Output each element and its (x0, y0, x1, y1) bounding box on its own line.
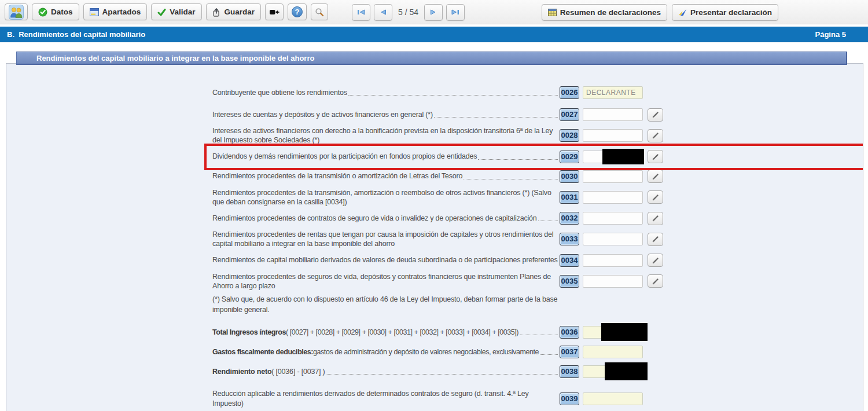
apartados-label: Apartados (102, 8, 141, 16)
pencil-icon (652, 235, 660, 243)
section-title: Rendimientos del capital mobiliario a in… (36, 54, 314, 63)
field-0026 (583, 86, 643, 99)
row-label: Rendimientos procedentes de la transmisi… (212, 189, 551, 206)
field-0032[interactable] (583, 212, 643, 225)
capital-mobiliario-form: Contribuyente que obtiene los rendimient… (6, 64, 863, 408)
row-label: Contribuyente que obtiene los rendimient… (212, 88, 347, 97)
form-row-0029: Dividendos y demás rendimientos por la p… (212, 149, 863, 165)
page-title: B. Rendimientos del capital mobiliario (7, 30, 145, 39)
check-icon (157, 8, 166, 16)
form-row-0039: Reducción aplicable a rendimientos deriv… (212, 389, 863, 408)
box-code-0039: 0039 (560, 392, 579, 405)
form-row-0035: Rendimientos procedentes de seguros de v… (212, 272, 863, 291)
edit-button-0028[interactable] (648, 129, 663, 142)
edit-button-0035[interactable] (648, 274, 663, 288)
pencil-icon (652, 193, 660, 201)
edit-button-0029[interactable] (648, 150, 663, 163)
pencil-icon (652, 111, 660, 119)
people-icon (9, 5, 24, 20)
edit-button-0030[interactable] (648, 170, 663, 183)
help-icon: ? (292, 6, 303, 17)
pencil-icon (652, 277, 660, 285)
first-page-button[interactable] (352, 4, 370, 21)
form-row-0036: Total Ingresos íntegros( [0027] + [0028]… (212, 324, 863, 340)
last-page-button[interactable] (446, 4, 465, 21)
search-button[interactable] (311, 3, 328, 20)
guardar-button[interactable]: Guardar (206, 3, 262, 20)
validar-label: Validar (170, 8, 195, 16)
row-label: Reducción aplicable a rendimientos deriv… (212, 390, 529, 407)
save-icon (212, 8, 221, 17)
previous-page-icon (380, 9, 387, 16)
row-label: Rendimiento neto( [0036] - [0037] ) (212, 367, 325, 376)
box-code-0032: 0032 (560, 212, 579, 225)
edit-button-0034[interactable] (648, 254, 663, 267)
presentar-declaracion-button[interactable]: Presentar declaración (672, 4, 778, 21)
last-page-icon (451, 9, 459, 16)
previous-page-button[interactable] (374, 4, 392, 21)
page-title-bar: B. Rendimientos del capital mobiliario P… (0, 27, 868, 42)
row-label: Intereses de activos financieros con der… (212, 127, 553, 144)
edit-button-0031[interactable] (648, 190, 663, 204)
redaction-box (605, 362, 648, 380)
validar-button[interactable]: Validar (151, 3, 201, 20)
video-button[interactable] (265, 3, 284, 20)
box-code-0037: 0037 (560, 346, 579, 358)
dotted-leader (540, 348, 558, 355)
pencil-icon (652, 214, 660, 222)
box-code-0036: 0036 (560, 326, 579, 339)
edit-button-0027[interactable] (648, 108, 663, 122)
pager: 5 / 54 (352, 0, 465, 24)
main-toolbar: Datos Apartados Validar Guardar ? (0, 0, 868, 24)
apartados-button[interactable]: Apartados (83, 3, 148, 20)
form-panel: Contribuyente que obtiene los rendimient… (6, 63, 863, 411)
pencil-icon (652, 173, 660, 181)
field-0031[interactable] (583, 191, 643, 204)
row-label: Rendimientos procedentes de contratos de… (212, 214, 537, 223)
datos-label: Datos (51, 8, 73, 16)
asterisk-footnote: (*) Salvo que, de acuerdo con lo dispues… (212, 294, 560, 315)
redaction-box (601, 323, 648, 341)
form-row-0038: Rendimiento neto( [0036] - [0037] ) 0038 (212, 364, 863, 380)
row-label: Gastos fiscalmente deducibles:gastos de … (212, 347, 539, 357)
row-label: Rendimientos procedentes de la transmisi… (212, 171, 462, 181)
green-check-badge-icon (38, 8, 47, 17)
field-0033[interactable] (583, 233, 643, 245)
edit-button-0032[interactable] (648, 212, 663, 225)
edit-button-0033[interactable] (648, 233, 663, 246)
field-0035[interactable] (583, 275, 643, 288)
form-row-0032: Rendimientos procedentes de contratos de… (212, 210, 863, 226)
form-row-0030: Rendimientos procedentes de la transmisi… (212, 168, 863, 185)
field-0039 (583, 392, 643, 405)
resumen-declaraciones-button[interactable]: Resumen de declaraciones (542, 4, 667, 21)
row-label: Rendimientos procedentes de seguros de v… (212, 273, 551, 290)
dotted-leader (520, 328, 558, 336)
field-0027[interactable] (583, 108, 643, 121)
form-row-0033: Rendimientos procedentes de rentas que t… (212, 230, 863, 249)
row-label: Dividendos y demás rendimientos por la p… (212, 152, 477, 161)
profile-button[interactable] (5, 3, 28, 20)
row-label: Intereses de cuentas y depósitos y de ac… (212, 110, 433, 119)
form-row-0037: Gastos fiscalmente deducibles:gastos de … (212, 344, 863, 360)
window-icon (90, 8, 99, 16)
dotted-leader (464, 172, 558, 179)
form-row-0027: Intereses de cuentas y depósitos y de ac… (212, 107, 863, 123)
field-0034[interactable] (583, 254, 643, 267)
help-button[interactable]: ? (288, 3, 307, 20)
next-page-button[interactable] (424, 4, 443, 21)
box-code-0029: 0029 (560, 151, 579, 163)
box-code-0027: 0027 (560, 108, 579, 121)
datos-button[interactable]: Datos (32, 3, 79, 20)
form-row-0026: Contribuyente que obtiene los rendimient… (212, 85, 863, 101)
field-0028[interactable] (583, 129, 643, 142)
dotted-leader (326, 368, 558, 375)
resumen-label: Resumen de declaraciones (560, 8, 661, 17)
guardar-label: Guardar (225, 8, 255, 16)
pencil-icon (652, 153, 660, 161)
redaction-box (602, 149, 644, 164)
box-code-0028: 0028 (560, 129, 579, 142)
form-row-0028: Intereses de activos financieros con der… (212, 126, 863, 145)
field-0030[interactable] (583, 170, 643, 183)
box-code-0031: 0031 (560, 191, 579, 204)
dotted-leader (478, 152, 558, 160)
